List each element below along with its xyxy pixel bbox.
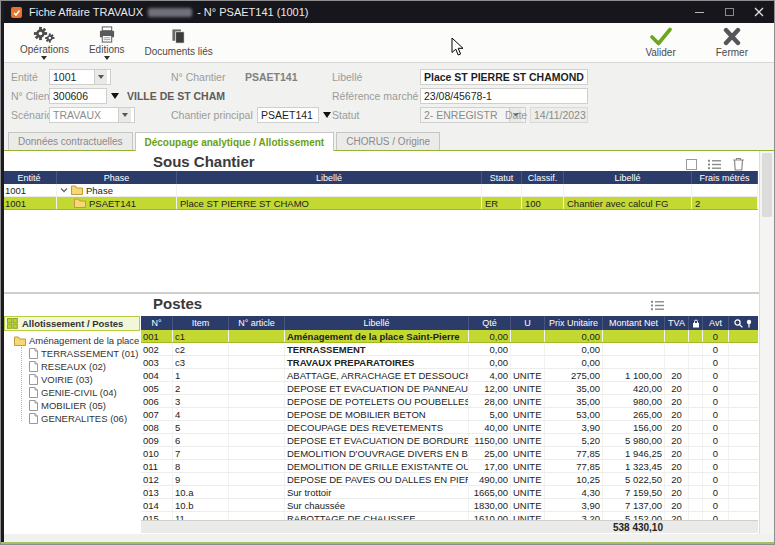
- minimize-button[interactable]: [684, 1, 714, 23]
- chantier-principal-input[interactable]: PSAET141: [257, 107, 319, 123]
- cell: DEPOSE ET EVACUATION DE PANNEAUX: [285, 382, 469, 394]
- column-header-num[interactable]: N°: [141, 316, 173, 330]
- entite-combo[interactable]: 1001: [49, 69, 111, 85]
- column-header-item[interactable]: Item: [173, 316, 229, 330]
- poste-row[interactable]: 0074DEPOSE DE MOBILIER BETON5,00UNITE53,…: [141, 408, 758, 421]
- sous-chantier-table: Entité Phase Libellé Statut Classif. Lib…: [2, 171, 758, 210]
- documents-lies-button[interactable]: Documents liés: [135, 23, 223, 62]
- column-header-montant-net[interactable]: Montant Net: [603, 316, 665, 330]
- sous-chantier-row[interactable]: 1001PSAET141Place ST PIERRE ST CHAMOER10…: [2, 197, 758, 210]
- cell: 0: [703, 421, 729, 433]
- chevron-down-icon[interactable]: [60, 186, 68, 194]
- poste-row[interactable]: 0096DEPOSE ET EVACUATION DE BORDURES OU1…: [141, 434, 758, 447]
- cell: 9: [173, 473, 229, 485]
- cell: UNITE: [511, 486, 545, 498]
- scenario-combo[interactable]: TRAVAUX: [49, 107, 135, 123]
- libelle-input[interactable]: Place ST PIERRE ST CHAMOND: [420, 69, 588, 85]
- column-header-prix-unitaire[interactable]: Prix Unitaire: [545, 316, 603, 330]
- cell: [603, 356, 665, 368]
- client-lookup-button[interactable]: [109, 90, 120, 101]
- cell: 28,00: [469, 395, 511, 407]
- poste-row[interactable]: 0118DEMOLITION DE GRILLE EXISTANTE OU AV…: [141, 460, 758, 473]
- reference-marche-input[interactable]: 23/08/45678-1: [420, 88, 588, 104]
- column-header-libelle[interactable]: Libellé: [177, 171, 482, 184]
- poste-row[interactable]: 0041ABATTAGE, ARRACHAGE ET DESSOUCHAGE4,…: [141, 369, 758, 382]
- cell: 0,00: [545, 330, 603, 342]
- column-header-libelle[interactable]: Libellé: [285, 316, 469, 330]
- num-chantier-value: PSAET141: [241, 69, 313, 85]
- tree-root-allotissement-postes[interactable]: Allotissement / Postes: [4, 316, 140, 331]
- cell: 012: [141, 473, 173, 485]
- chantier-principal-lookup-button[interactable]: [321, 109, 332, 120]
- column-header-libelle2[interactable]: Libellé: [564, 171, 692, 184]
- tab-decoupage-analytique[interactable]: Découpage analytique / Allotissement: [135, 132, 335, 151]
- cell: [229, 343, 285, 355]
- poste-row[interactable]: 0129DEPOSE DE PAVES OU DALLES EN PIERRE …: [141, 473, 758, 486]
- column-header-tva[interactable]: TVA: [665, 316, 689, 330]
- column-header-article[interactable]: N° article: [229, 316, 285, 330]
- num-client-input[interactable]: 300606: [49, 88, 107, 104]
- poste-row[interactable]: 01410.bSur chaussée1830,00UNITE3,907 137…: [141, 499, 758, 512]
- column-header-phase[interactable]: Phase: [57, 171, 177, 184]
- close-button[interactable]: [744, 1, 774, 23]
- cell: 0: [703, 460, 729, 472]
- cell: UNITE: [511, 447, 545, 459]
- num-chantier-label: N° Chantier: [171, 71, 225, 83]
- poste-row[interactable]: 0052DEPOSE ET EVACUATION DE PANNEAUX12,0…: [141, 382, 758, 395]
- scenario-dropdown-button[interactable]: [118, 108, 131, 122]
- poste-row[interactable]: 002c2TERRASSEMENT0,000,000: [141, 343, 758, 356]
- maximize-button[interactable]: [714, 1, 744, 23]
- poste-row[interactable]: 0107DEMOLITION D'OUVRAGE DIVERS EN BETON…: [141, 447, 758, 460]
- tree-item[interactable]: TERRASSEMENT (01): [29, 347, 140, 360]
- tree-item[interactable]: GENIE-CIVIL (04): [29, 386, 140, 399]
- fermer-button[interactable]: Fermer: [706, 23, 758, 62]
- operations-button[interactable]: Opérations: [10, 23, 79, 62]
- tree-item[interactable]: GENERALITES (06): [29, 412, 140, 425]
- cell: 0: [703, 330, 729, 342]
- cell: UNITE: [511, 460, 545, 472]
- column-header-entite[interactable]: Entité: [2, 171, 57, 184]
- cell: [229, 434, 285, 446]
- cell: [603, 343, 665, 355]
- column-header-unite[interactable]: U: [511, 316, 545, 330]
- tab-chorus-origine[interactable]: CHORUS / Origine: [336, 132, 440, 150]
- table-tools-header[interactable]: [729, 316, 758, 330]
- tree-item-amenagement[interactable]: Aménagement de la place (...: [4, 334, 140, 347]
- cell: 1150,00: [469, 434, 511, 446]
- tree-item[interactable]: VOIRIE (03): [29, 373, 140, 386]
- cell: 2: [173, 382, 229, 394]
- column-header-frais-metres[interactable]: Frais métrés: [692, 171, 758, 184]
- page-icon: [29, 348, 38, 359]
- cell: [665, 356, 689, 368]
- column-header-classif[interactable]: Classif.: [522, 171, 564, 184]
- vertical-scrollbar[interactable]: [759, 151, 774, 534]
- cell: c3: [173, 356, 229, 368]
- poste-row[interactable]: 01310.aSur trottoir1665,00UNITE4,307 159…: [141, 486, 758, 499]
- tree-item[interactable]: MOBILIER (05): [29, 399, 140, 412]
- poste-row[interactable]: 003c3TRAVAUX PREPARATOIRES0,000,000: [141, 356, 758, 369]
- column-header-qte[interactable]: Qté: [469, 316, 511, 330]
- tree-item[interactable]: RESEAUX (02): [29, 360, 140, 373]
- lock-column-header[interactable]: [689, 316, 703, 330]
- column-header-statut[interactable]: Statut: [482, 171, 522, 184]
- poste-row[interactable]: 01511RABOTTAGE DE CHAUSSEE1610,00UNITE3,…: [141, 512, 758, 520]
- sous-chantier-header: Entité Phase Libellé Statut Classif. Lib…: [2, 171, 758, 184]
- sous-chantier-row[interactable]: 1001Phase: [2, 184, 758, 197]
- entite-dropdown-button[interactable]: [94, 70, 107, 84]
- list-icon[interactable]: [708, 159, 721, 170]
- editions-button[interactable]: Editions: [79, 23, 135, 62]
- poste-row[interactable]: 0085DECOUPAGE DES REVETEMENTS40,00UNITE3…: [141, 421, 758, 434]
- poste-row[interactable]: 0063DEPOSE DE POTELETS OU POUBELLES28,00…: [141, 395, 758, 408]
- trash-icon[interactable]: [732, 157, 745, 171]
- cell: 6: [173, 434, 229, 446]
- scrollbar-thumb[interactable]: [762, 153, 772, 217]
- column-header-avt[interactable]: Avt: [703, 316, 729, 330]
- cell: 35,00: [545, 395, 603, 407]
- cell: [229, 421, 285, 433]
- poste-row[interactable]: 001c1Aménagement de la place Saint-Pierr…: [141, 330, 758, 343]
- valider-button[interactable]: Valider: [635, 23, 685, 62]
- sous-chantier-title: Sous Chantier: [153, 153, 255, 170]
- select-checkbox[interactable]: [686, 159, 697, 170]
- list-icon[interactable]: [651, 300, 664, 311]
- tab-donnees-contractuelles[interactable]: Données contractuelles: [8, 132, 133, 150]
